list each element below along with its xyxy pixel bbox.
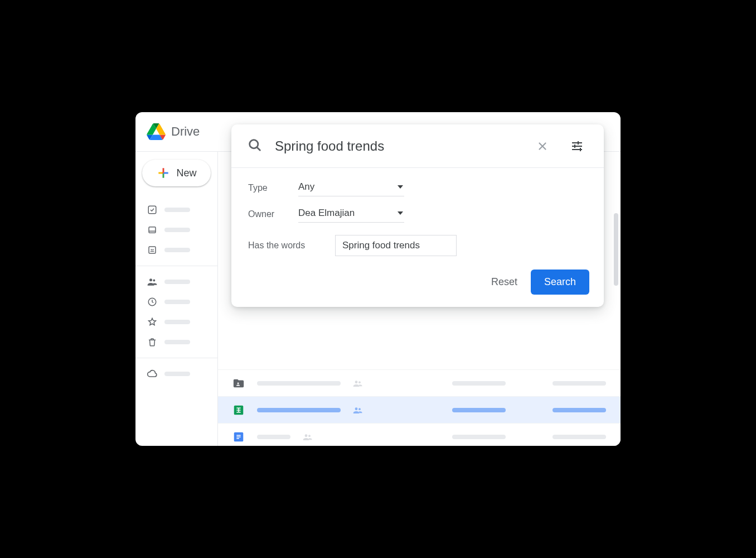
sidebar-item-trash[interactable] — [135, 332, 217, 352]
search-bar — [231, 124, 604, 168]
file-meta-placeholder — [452, 435, 506, 439]
file-name-placeholder — [257, 381, 341, 386]
sidebar-item-priority[interactable] — [135, 200, 217, 220]
shared-drives-icon — [147, 244, 158, 256]
file-meta-placeholder — [553, 381, 606, 386]
svg-point-8 — [238, 382, 239, 384]
close-icon — [536, 140, 549, 152]
sidebar-item-recent[interactable] — [135, 292, 217, 312]
search-input[interactable] — [275, 138, 519, 154]
drive-logo[interactable]: Drive — [147, 123, 200, 140]
sidebar-item-shared[interactable] — [135, 272, 217, 292]
clear-search-button[interactable] — [531, 135, 554, 157]
svg-point-3 — [151, 249, 152, 250]
app-title: Drive — [171, 124, 200, 139]
sidebar-item-storage[interactable] — [135, 364, 217, 384]
svg-point-5 — [149, 278, 152, 281]
search-options-button[interactable] — [566, 135, 588, 157]
type-value: Any — [298, 181, 314, 193]
owner-select[interactable]: Dea Elmajian — [298, 205, 404, 223]
svg-rect-21 — [574, 145, 575, 148]
svg-point-6 — [153, 280, 155, 282]
words-input[interactable] — [335, 235, 457, 256]
svg-point-10 — [358, 381, 361, 383]
owner-value: Dea Elmajian — [298, 208, 355, 219]
scrollbar[interactable] — [614, 213, 618, 286]
drive-icon — [147, 123, 166, 140]
docs-icon — [232, 431, 245, 443]
svg-rect-18 — [572, 142, 582, 143]
app-window: Drive New — [135, 112, 621, 446]
sidebar-label-placeholder — [164, 372, 190, 376]
sheets-icon — [232, 404, 245, 416]
file-name-placeholder — [257, 408, 341, 412]
sidebar-label-placeholder — [164, 248, 190, 252]
chevron-down-icon — [398, 185, 403, 189]
sidebar-label-placeholder — [164, 300, 190, 304]
people-icon — [147, 276, 158, 287]
sidebar-label-placeholder — [164, 340, 190, 344]
clock-icon — [147, 296, 158, 307]
reset-button[interactable]: Reset — [491, 276, 517, 288]
sidebar-label-placeholder — [164, 280, 190, 284]
search-actions: Reset Search — [231, 261, 604, 307]
file-row-sheets[interactable] — [218, 396, 621, 423]
svg-point-4 — [152, 249, 153, 250]
filter-row-words: Has the words — [248, 235, 587, 256]
type-select[interactable]: Any — [298, 179, 404, 196]
file-row-docs[interactable] — [218, 423, 621, 446]
svg-point-15 — [305, 434, 308, 437]
shared-icon — [353, 407, 363, 413]
sidebar-label-placeholder — [164, 228, 190, 232]
search-filters: Type Any Owner Dea Elmajian Has the word… — [231, 168, 604, 261]
file-meta-placeholder — [553, 408, 606, 412]
plus-icon — [156, 166, 171, 180]
file-meta-placeholder — [452, 381, 506, 386]
sidebar-label-placeholder — [164, 320, 190, 324]
svg-point-9 — [355, 381, 358, 383]
star-icon — [147, 316, 158, 328]
trash-icon — [147, 336, 158, 348]
type-label: Type — [248, 183, 298, 193]
file-meta-placeholder — [553, 435, 606, 439]
search-panel: Type Any Owner Dea Elmajian Has the word… — [231, 124, 604, 307]
folder-shared-icon — [232, 377, 245, 389]
svg-rect-1 — [149, 227, 156, 233]
shared-icon — [353, 380, 363, 387]
sidebar-item-my-drive[interactable] — [135, 220, 217, 240]
svg-rect-0 — [148, 206, 156, 214]
svg-point-13 — [358, 408, 361, 410]
filter-row-type: Type Any — [248, 179, 587, 196]
svg-rect-19 — [578, 141, 579, 145]
new-button-label: New — [176, 167, 196, 179]
svg-rect-2 — [149, 247, 156, 253]
sidebar: New — [135, 152, 218, 446]
svg-rect-20 — [572, 146, 582, 147]
new-button[interactable]: New — [142, 160, 211, 186]
file-meta-placeholder — [452, 408, 506, 412]
svg-rect-23 — [580, 148, 581, 151]
sidebar-item-shared-drives[interactable] — [135, 240, 217, 260]
search-icon — [247, 137, 263, 155]
shared-icon — [303, 434, 313, 440]
tune-icon — [570, 140, 584, 153]
filter-row-owner: Owner Dea Elmajian — [248, 205, 587, 223]
owner-label: Owner — [248, 209, 298, 219]
file-list — [218, 369, 621, 446]
sidebar-label-placeholder — [164, 208, 190, 212]
file-row-folder[interactable] — [218, 369, 621, 396]
search-button[interactable]: Search — [531, 270, 589, 295]
sidebar-item-starred[interactable] — [135, 312, 217, 332]
svg-point-12 — [355, 407, 358, 410]
words-label: Has the words — [248, 240, 335, 251]
chevron-down-icon — [398, 211, 403, 215]
cloud-icon — [147, 368, 158, 379]
svg-point-16 — [308, 435, 311, 437]
hdd-icon — [147, 224, 158, 235]
checkbox-icon — [147, 204, 158, 215]
file-name-placeholder — [257, 435, 290, 439]
